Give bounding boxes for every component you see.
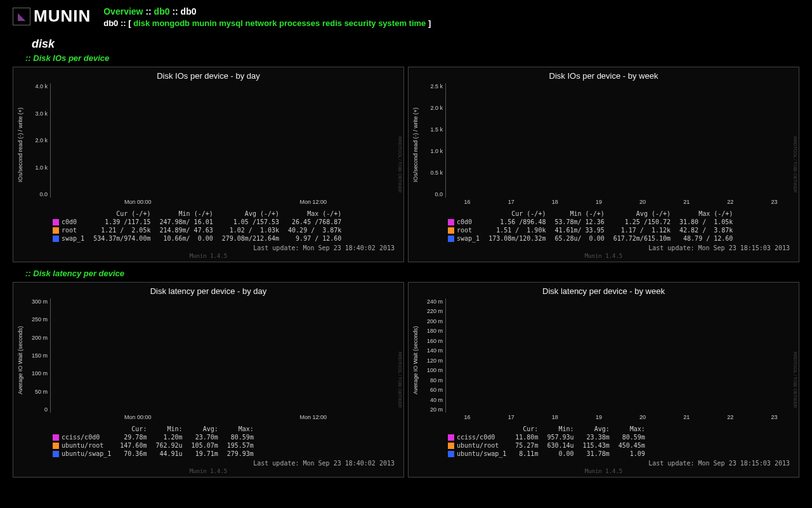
rrdtool-credit: RRDTOOL / TOBI OETIKER — [396, 71, 402, 258]
rrdtool-credit: RRDTOOL / TOBI OETIKER — [396, 286, 402, 473]
chart-ios_week[interactable]: Disk IOs per device - by weekRRDTOOL / T… — [408, 67, 799, 262]
breadcrumb-host: db0 — [181, 6, 197, 17]
legend-table: Cur:Min:Avg:Max:cciss/c0d029.78m1.20m23.… — [48, 424, 259, 458]
legend-table: Cur:Min:Avg:Max:cciss/c0d011.80m957.93u2… — [443, 424, 650, 458]
chart-title: Disk IOs per device - by week — [411, 71, 796, 81]
munin-logo-icon: ◣ — [13, 8, 30, 25]
category-security[interactable]: security — [344, 18, 376, 28]
chart-title: Disk IOs per device - by day — [16, 71, 401, 81]
category-munin[interactable]: munin — [192, 18, 217, 28]
legend-table: Cur (-/+)Min (-/+)Avg (-/+)Max (-/+)c0d0… — [443, 209, 738, 243]
subsection-ios-link[interactable]: Disk IOs per device — [33, 53, 109, 63]
rrdtool-credit: RRDTOOL / TOBI OETIKER — [791, 71, 797, 258]
x-axis: Mon 00:00Mon 12:00 — [50, 197, 401, 206]
y-axis-label: IOs/second read (-) / write (+) — [411, 83, 420, 206]
breadcrumb-group[interactable]: db0 — [154, 6, 170, 17]
legend-row: root1.21 / 2.05k214.89m/ 47.631.02 / 1.0… — [49, 227, 345, 234]
legend-row: ubuntu/root75.27m630.14u115.43m450.45m — [444, 442, 649, 449]
legend-row: c0d01.39 /117.15247.98m/ 16.011.05 /157.… — [49, 218, 345, 225]
subsection-lat: :: Disk latency per device — [25, 269, 799, 278]
category-system[interactable]: system — [378, 18, 407, 28]
legend-row: ubuntu/swap_18.11m0.0031.78m1.09 — [444, 450, 649, 457]
category-mongodb[interactable]: mongodb — [152, 18, 190, 28]
y-axis: 2.5 k2.0 k1.5 k1.0 k0.5 k0.0 — [420, 83, 445, 197]
y-axis: 240 m220 m200 m180 m160 m140 m120 m100 m… — [420, 298, 445, 413]
y-axis: 4.0 k3.0 k2.0 k1.0 k0.0 — [25, 83, 50, 197]
legend-row: swap_1534.37m/974.00m10.66m/ 0.00279.08m… — [49, 235, 345, 242]
x-axis: Mon 00:00Mon 12:00 — [50, 413, 401, 422]
category-nav: db0 :: [ disk mongodb munin mysql networ… — [103, 18, 431, 28]
plot-area — [50, 83, 51, 197]
y-axis-label: IOs/second read (-) / write (+) — [16, 83, 25, 206]
category-mysql[interactable]: mysql — [219, 18, 243, 28]
last-update: Last update: Mon Sep 23 18:15:03 2013 — [411, 460, 790, 467]
breadcrumb-overview[interactable]: Overview — [103, 6, 143, 17]
legend-table: Cur (-/+)Min (-/+)Avg (-/+)Max (-/+)c0d0… — [48, 209, 346, 243]
munin-logo-text: MUNIN — [34, 6, 91, 26]
munin-version: Munin 1.4.5 — [411, 468, 796, 474]
rrdtool-credit: RRDTOOL / TOBI OETIKER — [791, 286, 797, 473]
legend-row: cciss/c0d011.80m957.93u23.38m80.59m — [444, 434, 649, 441]
category-disk[interactable]: disk — [133, 18, 150, 28]
legend-row: cciss/c0d029.78m1.20m23.70m80.59m — [49, 434, 258, 441]
chart-title: Disk latency per device - by day — [16, 286, 401, 296]
chart-ios_day[interactable]: Disk IOs per device - by dayRRDTOOL / TO… — [13, 67, 404, 262]
x-axis: 1617181920212223 — [445, 197, 796, 206]
last-update: Last update: Mon Sep 23 18:15:03 2013 — [411, 244, 790, 251]
munin-version: Munin 1.4.5 — [16, 253, 401, 259]
chart-title: Disk latency per device - by week — [411, 286, 796, 296]
y-axis-label: Average IO Wait (seconds) — [16, 298, 25, 422]
legend-row: c0d01.56 /896.4853.78m/ 12.361.25 /150.7… — [444, 218, 737, 225]
legend-row: swap_1173.08m/120.32m65.28u/ 0.00617.72m… — [444, 235, 737, 242]
last-update: Last update: Mon Sep 23 18:40:02 2013 — [16, 460, 395, 467]
subsection-ios: :: Disk IOs per device — [25, 53, 799, 63]
chart-lat_week[interactable]: Disk latency per device - by weekRRDTOOL… — [408, 282, 799, 478]
plot-area — [445, 83, 446, 197]
category-processes[interactable]: processes — [279, 18, 320, 28]
chart-lat_day[interactable]: Disk latency per device - by dayRRDTOOL … — [13, 282, 404, 478]
last-update: Last update: Mon Sep 23 18:40:02 2013 — [16, 244, 395, 251]
y-axis-label: Average IO Wait (seconds) — [411, 298, 420, 422]
category-redis[interactable]: redis — [322, 18, 342, 28]
legend-row: ubuntu/swap_170.36m44.91u19.71m279.93m — [49, 450, 258, 457]
legend-row: ubuntu/root147.60m762.92u105.07m195.57m — [49, 442, 258, 449]
breadcrumb: Overview :: db0 :: db0 — [103, 6, 431, 17]
munin-logo: ◣ MUNIN — [13, 6, 91, 26]
category-network[interactable]: network — [246, 18, 277, 28]
plot-area — [445, 298, 446, 413]
y-axis: 300 m250 m200 m150 m100 m50 m0 — [25, 298, 50, 413]
category-time[interactable]: time — [409, 18, 426, 28]
section-title: disk — [32, 37, 799, 51]
plot-area — [50, 298, 51, 413]
munin-version: Munin 1.4.5 — [16, 468, 401, 474]
munin-version: Munin 1.4.5 — [411, 253, 796, 259]
x-axis: 1617181920212223 — [445, 413, 796, 422]
subsection-lat-link[interactable]: Disk latency per device — [33, 269, 124, 278]
legend-row: root1.51 / 1.90k41.61m/ 33.951.17 / 1.12… — [444, 227, 737, 234]
